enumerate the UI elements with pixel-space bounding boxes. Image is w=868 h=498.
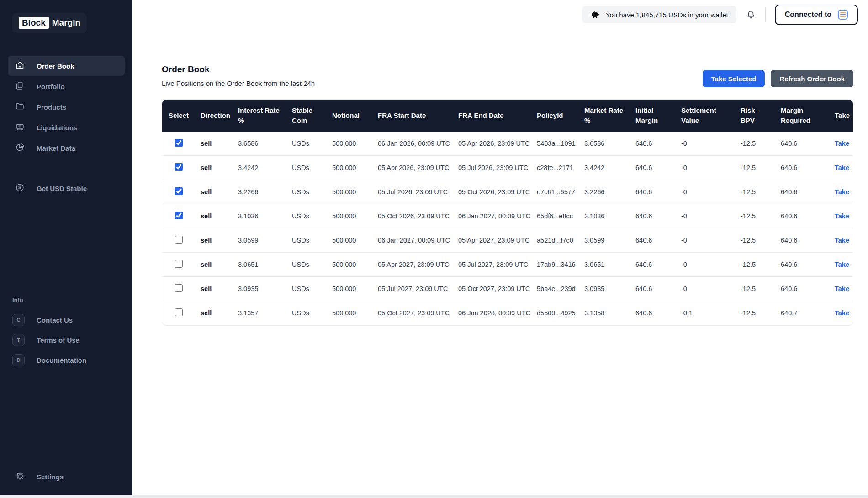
select-cell [162, 132, 195, 156]
sidebar-item-portfolio[interactable]: Portfolio [8, 76, 125, 96]
risk-bpv-cell: -12.5 [735, 301, 775, 325]
wallet-balance-text: You have 1,845,715 USDs in your wallet [606, 11, 728, 19]
fra-start-cell: 05 Apr 2027, 23:09 UTC [372, 253, 453, 277]
row-select-checkbox[interactable] [175, 163, 183, 171]
margin-required-cell: 640.7 [775, 301, 829, 325]
gear-icon [15, 471, 25, 482]
sidebar-item-liquidations[interactable]: Liquidations [8, 117, 125, 138]
sidebar-item-market-data[interactable]: Market Data [8, 138, 125, 158]
take-selected-button[interactable]: Take Selected [703, 70, 765, 87]
margin-required-cell: 640.6 [775, 132, 829, 156]
wallet-balance-pill: You have 1,845,715 USDs in your wallet [582, 6, 736, 23]
sidebar-item-documentation[interactable]: D Documentation [8, 350, 125, 370]
interest-rate-cell: 3.2266 [233, 180, 286, 204]
stable-coin-cell: USDs [286, 277, 327, 301]
stable-coin-cell: USDs [286, 228, 327, 253]
column-header-notional: Notional [327, 100, 372, 132]
table-header-row: Select Direction Interest Rate % Stable … [162, 100, 853, 132]
sidebar-item-label: Products [37, 103, 66, 111]
column-header-fra-start-date: FRA Start Date [372, 100, 453, 132]
brand-logo-block: Block [19, 17, 49, 29]
direction-cell: sell [195, 180, 233, 204]
contact-badge-icon: C [12, 314, 25, 326]
fra-end-cell: 06 Jan 2027, 00:09 UTC [453, 204, 531, 228]
sidebar-item-contact-us[interactable]: C Contact Us [8, 310, 125, 330]
connected-wallet-button[interactable]: Connected to [775, 5, 858, 25]
fra-end-cell: 05 Apr 2027, 23:09 UTC [453, 228, 531, 253]
brand-logo-margin: Margin [52, 18, 80, 28]
initial-margin-cell: 640.6 [630, 253, 676, 277]
direction-cell: sell [195, 156, 233, 180]
take-link[interactable]: Take [835, 285, 849, 292]
refresh-order-book-button[interactable]: Refresh Order Book [771, 70, 853, 87]
column-header-interest-rate: Interest Rate % [233, 100, 286, 132]
sidebar-item-label: Market Data [37, 144, 75, 152]
direction-cell: sell [195, 132, 233, 156]
take-link[interactable]: Take [835, 261, 849, 268]
dollar-circle-icon [15, 183, 25, 194]
take-cell: Take [829, 180, 853, 204]
take-link[interactable]: Take [835, 309, 849, 317]
sidebar-item-label: Order Book [37, 62, 74, 70]
order-book-table: Select Direction Interest Rate % Stable … [162, 100, 853, 325]
sidebar-item-label: Get USD Stable [37, 185, 87, 192]
take-link[interactable]: Take [835, 164, 849, 171]
select-cell [162, 277, 195, 301]
cash-icon [15, 122, 25, 133]
select-cell [162, 228, 195, 253]
take-link[interactable]: Take [835, 188, 849, 196]
risk-bpv-cell: -12.5 [735, 228, 775, 253]
fra-start-cell: 06 Jan 2026, 00:09 UTC [372, 132, 453, 156]
policy-id-cell: 5403a...1091 [531, 132, 579, 156]
sidebar-item-products[interactable]: Products [8, 97, 125, 117]
policy-id-cell: a521d...f7c0 [531, 228, 579, 253]
take-link[interactable]: Take [835, 212, 849, 220]
risk-bpv-cell: -12.5 [735, 277, 775, 301]
sidebar-item-settings[interactable]: Settings [8, 466, 125, 487]
terms-badge-icon: T [12, 334, 25, 346]
take-link[interactable]: Take [835, 140, 849, 147]
row-select-checkbox[interactable] [175, 139, 183, 147]
topbar: You have 1,845,715 USDs in your wallet C… [132, 0, 868, 29]
settlement-value-cell: -0 [676, 204, 735, 228]
sidebar-nav: Order Book Portfolio Products Liquidatio… [8, 56, 125, 158]
sidebar-item-order-book[interactable]: Order Book [8, 56, 125, 76]
row-select-checkbox[interactable] [175, 284, 183, 292]
row-select-checkbox[interactable] [175, 308, 183, 316]
bottom-scrollbar-track[interactable] [0, 495, 868, 498]
market-rate-cell: 3.4242 [579, 156, 630, 180]
row-select-checkbox[interactable] [175, 187, 183, 195]
stable-coin-cell: USDs [286, 301, 327, 325]
row-select-checkbox[interactable] [175, 260, 183, 268]
take-link[interactable]: Take [835, 237, 849, 244]
interest-rate-cell: 3.0935 [233, 277, 286, 301]
column-header-policy-id: PolicyId [531, 100, 579, 132]
initial-margin-cell: 640.6 [630, 301, 676, 325]
column-header-margin-required: Margin Required [775, 100, 829, 132]
pie-chart-icon [15, 143, 25, 154]
initial-margin-cell: 640.6 [630, 180, 676, 204]
take-cell: Take [829, 277, 853, 301]
take-cell: Take [829, 156, 853, 180]
column-header-initial-margin: Initial Margin [630, 100, 676, 132]
direction-cell: sell [195, 204, 233, 228]
policy-id-cell: 17ab9...3416 [531, 253, 579, 277]
table-row: sell3.4242USDs500,00005 Apr 2026, 23:09 … [162, 156, 853, 180]
sidebar-item-label: Documentation [37, 356, 86, 364]
table-row: sell3.0651USDs500,00005 Apr 2027, 23:09 … [162, 253, 853, 277]
initial-margin-cell: 640.6 [630, 156, 676, 180]
direction-cell: sell [195, 253, 233, 277]
sidebar-item-get-usd-stable[interactable]: Get USD Stable [8, 178, 125, 198]
margin-required-cell: 640.6 [775, 180, 829, 204]
risk-bpv-cell: -12.5 [735, 180, 775, 204]
row-select-checkbox[interactable] [175, 212, 183, 219]
risk-bpv-cell: -12.5 [735, 132, 775, 156]
margin-required-cell: 640.6 [775, 204, 829, 228]
interest-rate-cell: 3.1357 [233, 301, 286, 325]
row-select-checkbox[interactable] [175, 236, 183, 244]
sidebar-item-terms-of-use[interactable]: T Terms of Use [8, 330, 125, 350]
sidebar-item-label: Settings [37, 473, 64, 481]
notifications-bell-icon[interactable] [746, 10, 756, 20]
policy-id-cell: e7c61...6577 [531, 180, 579, 204]
portfolio-icon [15, 81, 25, 92]
